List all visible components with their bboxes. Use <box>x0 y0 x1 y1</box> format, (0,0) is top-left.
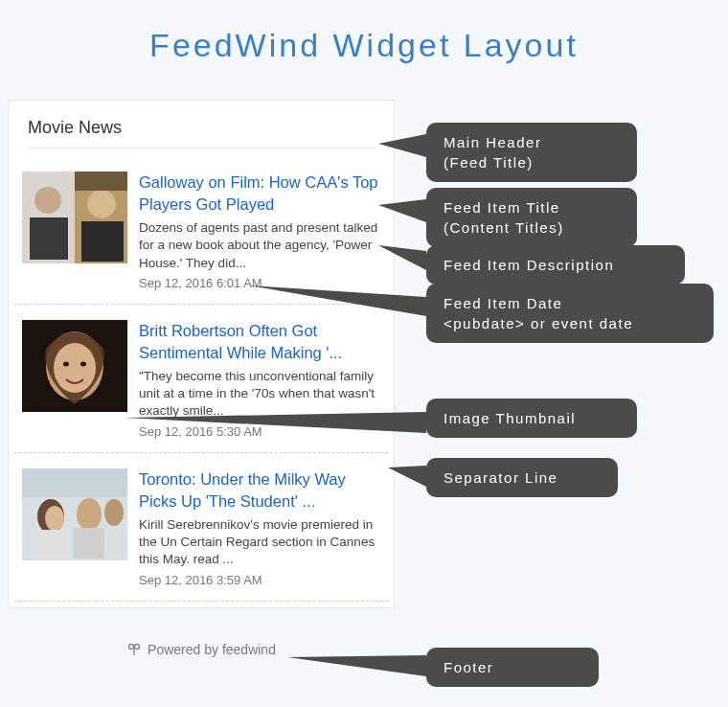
svg-rect-16 <box>35 530 70 559</box>
callout-item-date: Feed Item Date <pubdate> or event date <box>426 284 714 343</box>
separator-line <box>14 452 388 453</box>
svg-point-19 <box>104 499 124 526</box>
svg-marker-22 <box>378 134 426 157</box>
callout-main-header: Main Header (Feed Title) <box>426 123 637 182</box>
image-thumbnail <box>22 171 127 263</box>
widget-header: Movie News <box>9 101 394 148</box>
feed-item-title[interactable]: Toronto: Under the Milky Way Picks Up 'T… <box>139 468 380 513</box>
separator-line <box>14 601 388 602</box>
feed-widget: Movie News Galloway on Film: How CAA's T… <box>8 100 395 608</box>
svg-marker-24 <box>378 245 426 270</box>
image-thumbnail <box>22 468 127 560</box>
svg-point-4 <box>87 190 116 218</box>
svg-point-21 <box>135 645 140 650</box>
callout-footer: Footer <box>426 648 599 687</box>
svg-rect-6 <box>75 171 127 191</box>
feed-item-date: Sep 12, 2016 3:59 AM <box>139 573 380 587</box>
footer-text: Powered by feedwind <box>148 642 276 657</box>
svg-point-2 <box>34 187 61 214</box>
feed-item-description: Kirill Serebrennikov's movie premiered i… <box>139 516 380 569</box>
header-underline <box>28 148 375 148</box>
svg-rect-3 <box>30 217 68 260</box>
svg-point-17 <box>77 498 102 531</box>
feed-item-title[interactable]: Britt Robertson Often Got Sentimental Wh… <box>139 320 380 364</box>
svg-marker-23 <box>378 199 426 222</box>
svg-marker-26 <box>125 412 426 433</box>
svg-point-11 <box>80 361 86 366</box>
svg-point-20 <box>129 645 134 650</box>
image-thumbnail <box>22 320 127 412</box>
svg-marker-27 <box>388 466 426 487</box>
callout-item-desc: Feed Item Description <box>426 245 685 285</box>
svg-rect-18 <box>74 528 104 559</box>
svg-point-10 <box>63 361 69 366</box>
feedwind-logo-icon <box>126 642 142 657</box>
feed-item-description: Dozens of agents past and present talked… <box>139 219 380 272</box>
feed-item[interactable]: Galloway on Film: How CAA's Top Players … <box>9 162 394 298</box>
page-title: FeedWind Widget Layout <box>0 0 728 85</box>
feed-item-title[interactable]: Galloway on Film: How CAA's Top Players … <box>139 171 380 216</box>
callout-separator: Separator Line <box>426 458 618 497</box>
svg-marker-25 <box>249 285 426 316</box>
svg-point-15 <box>45 506 64 531</box>
callout-item-title: Feed Item Title (Content Titles) <box>426 188 637 247</box>
svg-rect-5 <box>81 221 124 262</box>
svg-rect-13 <box>22 468 127 497</box>
callout-thumbnail: Image Thumbnail <box>426 399 637 438</box>
svg-marker-28 <box>287 655 426 676</box>
feed-item[interactable]: Toronto: Under the Milky Way Picks Up 'T… <box>9 459 394 595</box>
svg-point-9 <box>54 343 96 393</box>
